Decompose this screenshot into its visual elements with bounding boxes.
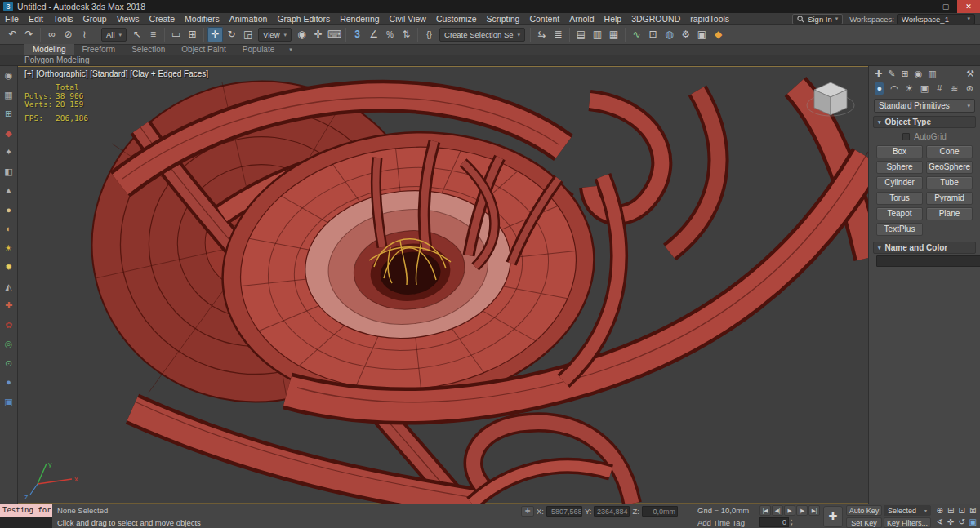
window-crossing-icon[interactable]: ⊞ [185,27,200,42]
left-tool-icon-18[interactable]: ▣ [4,397,12,406]
menu-rendering[interactable]: Rendering [335,13,384,25]
teapot-button[interactable]: Teapot [876,207,923,220]
left-tool-icon-7[interactable]: ▲ [4,186,13,195]
left-tool-icon-17[interactable]: ● [6,378,11,387]
viewport[interactable]: [+] [Orthographic] [Standard] [Clay + Ed… [18,66,868,504]
next-key-button[interactable]: |▶ [796,505,808,516]
pan-icon[interactable]: ✜ [946,517,957,528]
align-icon[interactable]: ≣ [550,27,566,42]
helpers-category-icon[interactable]: # [935,82,944,95]
percent-snap-icon[interactable]: % [382,27,398,42]
select-by-name-icon[interactable]: ≡ [145,27,161,42]
menu-edit[interactable]: Edit [24,13,48,25]
textplus-button[interactable]: TextPlus [876,223,923,236]
menu-file[interactable]: File [0,13,24,25]
tab-modeling[interactable]: Modeling [24,44,74,55]
create-selection-set-combo[interactable]: Create Selection Se ▾ [439,28,525,42]
play-button[interactable]: ▶ [784,505,795,516]
menu-modifiers[interactable]: Modifiers [180,13,225,25]
torus-button[interactable]: Torus [876,192,923,205]
y-coordinate-field[interactable]: 2364,884 [594,506,630,517]
auto-key-button[interactable]: Auto Key [846,505,882,516]
motion-tab-icon[interactable]: ◉ [915,69,923,79]
lights-category-icon[interactable]: ☀ [905,82,914,95]
menu-scripting[interactable]: Scripting [482,13,525,25]
redo-icon[interactable]: ↷ [21,27,37,42]
maximize-viewport-icon[interactable]: ▣ [968,517,979,528]
set-keys-button[interactable]: ✚ [823,506,843,527]
zoom-extents-all-icon[interactable]: ⊠ [968,505,979,517]
create-tab-icon[interactable]: ✚ [875,69,882,79]
object-type-rollout-header[interactable]: ▾ Object Type [873,116,976,128]
selection-key-dropdown[interactable]: Selected ▾ [884,505,931,516]
render-setup-icon[interactable]: ⚙ [678,27,693,42]
display-tab-icon[interactable]: ▥ [928,69,936,79]
left-tool-icon-13[interactable]: ✚ [5,301,12,310]
object-name-field[interactable] [876,255,980,267]
menu-help[interactable]: Help [599,13,627,25]
viewcube[interactable] [804,76,857,128]
maximize-button[interactable]: ▢ [934,0,957,13]
scene-explorer-icon[interactable]: ▤ [573,27,589,42]
undo-icon[interactable]: ↶ [5,27,20,42]
tab-object-paint[interactable]: Object Paint [173,44,234,55]
cylinder-button[interactable]: Cylinder [876,176,923,189]
name-color-rollout-header[interactable]: ▾ Name and Color [873,242,976,254]
zoom-icon[interactable]: ⊕ [934,505,946,517]
tube-button[interactable]: Tube [926,176,973,189]
key-filters-button[interactable]: Key Filters... [884,517,931,528]
tab-freeform[interactable]: Freeform [74,44,124,55]
box-button[interactable]: Box [876,145,923,158]
plane-button[interactable]: Plane [926,207,973,220]
ribbon-panel-polygon-modeling[interactable]: Polygon Modeling [0,55,980,66]
menu-group[interactable]: Group [78,13,112,25]
menu-civil-view[interactable]: Civil View [385,13,431,25]
menu-graph-editors[interactable]: Graph Editors [272,13,335,25]
left-tool-icon-4[interactable]: ◆ [5,129,11,138]
sign-in-button[interactable]: Sign In ▾ [792,14,843,24]
ribbon-toggle-icon[interactable]: ▦ [606,27,621,42]
zoom-all-icon[interactable]: ⊞ [946,505,957,517]
select-object-icon[interactable]: ↖ [129,27,145,42]
maxscript-listener-pane[interactable] [0,517,52,528]
maxscript-mini-listener[interactable]: Testing for i [0,504,52,517]
left-tool-icon-9[interactable]: ◐ [6,224,11,233]
frame-spinner[interactable]: ▴ ▾ [791,518,793,526]
previous-key-button[interactable]: ◀| [772,505,783,516]
left-tool-icon-2[interactable]: ▦ [4,91,12,100]
layer-explorer-icon[interactable]: ▥ [590,27,605,42]
close-button[interactable]: ✕ [957,0,980,13]
menu-tools[interactable]: Tools [48,13,78,25]
left-tool-icon-11[interactable]: ✹ [5,263,12,272]
menu-content[interactable]: Content [524,13,564,25]
material-editor-icon[interactable]: ◍ [662,27,677,42]
left-tool-icon-5[interactable]: ✦ [5,148,12,157]
minimize-button[interactable]: ─ [911,0,934,13]
left-tool-icon-10[interactable]: ☀ [5,244,13,253]
rendered-frame-icon[interactable]: ▣ [694,27,710,42]
workspace-dropdown[interactable]: Workspace_1 ▾ [897,14,975,24]
autogrid-checkbox[interactable] [902,133,910,140]
orbit-icon[interactable]: ↺ [956,517,968,528]
schematic-view-icon[interactable]: ⊡ [645,27,661,42]
select-and-scale-icon[interactable]: ◲ [240,27,256,42]
ribbon-options-button[interactable]: ▾ [289,44,292,55]
select-and-move-icon[interactable]: ✛ [207,27,223,42]
left-tool-icon-12[interactable]: ◭ [5,282,11,291]
shapes-category-icon[interactable]: ◠ [889,82,898,95]
spinner-down-icon[interactable]: ▾ [791,522,793,526]
go-to-end-button[interactable]: ▶| [808,505,820,516]
selection-filter-dropdown[interactable]: All ▾ [101,28,127,42]
angle-snap-icon[interactable]: ∠ [366,27,381,42]
x-coordinate-field[interactable]: -5807,568 [546,506,582,517]
mirror-icon[interactable]: ⇆ [534,27,550,42]
use-center-icon[interactable]: ◉ [294,27,310,42]
cone-button[interactable]: Cone [926,145,973,158]
sphere-button[interactable]: Sphere [876,161,923,174]
reference-coordsys-dropdown[interactable]: View ▾ [258,28,292,42]
tab-populate[interactable]: Populate [234,44,283,55]
selection-region-icon[interactable]: ▭ [168,27,184,42]
hierarchy-tab-icon[interactable]: ⊞ [901,69,908,79]
menu-create[interactable]: Create [145,13,180,25]
left-tool-icon-15[interactable]: ◎ [5,339,13,348]
